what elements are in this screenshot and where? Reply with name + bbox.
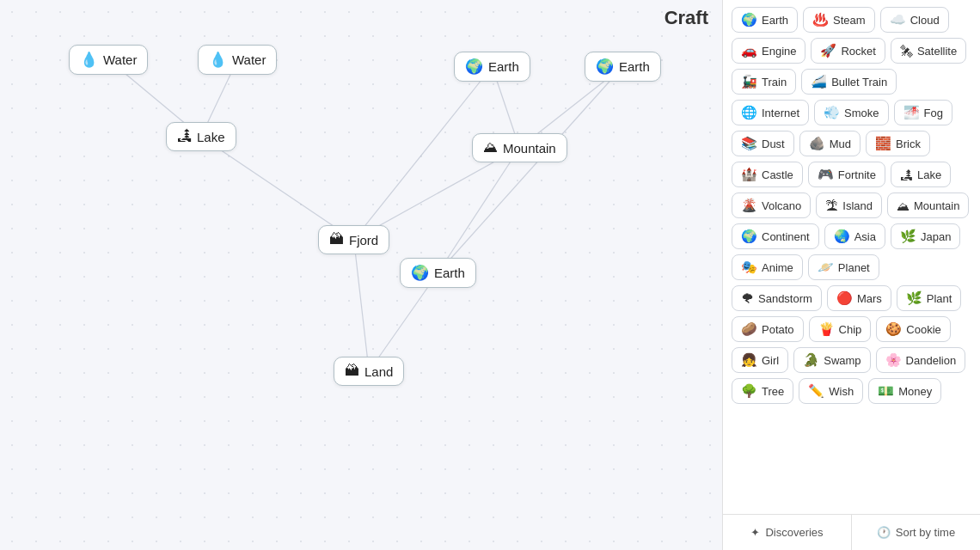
items-grid: 🌍Earth♨️Steam☁️Cloud🚗Engine🚀Rocket🛰Satel… (723, 0, 980, 514)
item-chip-money[interactable]: 💵Money (868, 378, 941, 404)
item-chip-rocket[interactable]: 🚀Rocket (811, 38, 885, 64)
connection-10 (438, 148, 519, 273)
node-earth1[interactable]: 🌍Earth (454, 52, 530, 82)
item-label: Volcano (762, 199, 801, 212)
item-chip-girl[interactable]: 👧Girl (732, 347, 788, 373)
item-emoji: 🌪 (741, 291, 754, 306)
item-chip-fortnite[interactable]: 🎮Fortnite (808, 162, 885, 187)
node-water2[interactable]: 💧Water (198, 45, 277, 75)
connection-9 (438, 67, 622, 273)
discoveries-icon: ✦ (750, 526, 760, 539)
connections-svg (0, 0, 722, 550)
item-emoji: 🍟 (818, 321, 835, 337)
item-label: Island (842, 199, 873, 212)
node-fjord[interactable]: 🏔Fjord (318, 225, 389, 254)
item-chip-tree[interactable]: 🌳Tree (732, 378, 793, 404)
item-emoji: 🌿 (906, 290, 922, 306)
item-label: Anime (762, 261, 793, 274)
item-emoji: ✏️ (808, 383, 824, 399)
item-emoji: 🚀 (820, 43, 836, 58)
sort-label: Sort by time (896, 526, 955, 539)
item-label: Chip (839, 323, 862, 336)
item-emoji: 🪨 (809, 136, 825, 151)
item-chip-island[interactable]: 🏝Island (816, 192, 882, 218)
item-emoji: 🌳 (741, 383, 757, 399)
item-label: Fog (924, 107, 943, 119)
item-label: Castle (762, 168, 793, 181)
item-emoji: 🌋 (741, 198, 757, 213)
node-lake[interactable]: 🏞Lake (166, 122, 236, 151)
node-earth2[interactable]: 🌍Earth (585, 52, 661, 82)
item-emoji: 🎭 (741, 260, 757, 275)
item-chip-satellite[interactable]: 🛰Satellite (891, 38, 966, 64)
item-chip-smoke[interactable]: 💨Smoke (814, 100, 888, 125)
discoveries-button[interactable]: ✦ Discoveries (723, 515, 852, 550)
item-chip-earth[interactable]: 🌍Earth (732, 7, 798, 33)
item-label: Continent (762, 230, 810, 243)
node-label-mountain: Mountain (503, 141, 556, 156)
item-chip-volcano[interactable]: 🌋Volcano (732, 192, 811, 218)
item-chip-mud[interactable]: 🪨Mud (799, 131, 861, 156)
item-chip-potato[interactable]: 🥔Potato (732, 316, 804, 342)
item-chip-lake[interactable]: 🏞Lake (891, 162, 951, 187)
item-label: Cloud (910, 14, 940, 27)
item-chip-mars[interactable]: 🔴Mars (827, 285, 891, 311)
canvas-area[interactable]: Craft 💧Water💧Water🌍Earth🌍Earth🏞Lake⛰Moun… (0, 0, 722, 550)
item-chip-brick[interactable]: 🧱Brick (866, 131, 930, 156)
item-emoji: 🌁 (903, 105, 920, 120)
item-label: Japan (921, 230, 951, 243)
item-chip-cookie[interactable]: 🍪Cookie (876, 316, 950, 342)
node-icon-fjord: 🏔 (329, 231, 344, 248)
item-chip-wish[interactable]: ✏️Wish (799, 378, 863, 404)
item-chip-asia[interactable]: 🌏Asia (824, 223, 885, 249)
item-chip-steam[interactable]: ♨️Steam (803, 7, 875, 33)
node-label-fjord: Fjord (349, 233, 378, 248)
item-emoji: 🛰 (900, 44, 913, 58)
node-label-earth2: Earth (619, 59, 650, 74)
item-chip-japan[interactable]: 🌿Japan (891, 223, 960, 249)
item-chip-fog[interactable]: 🌁Fog (894, 100, 952, 125)
item-chip-train[interactable]: 🚂Train (732, 69, 796, 95)
item-chip-cloud[interactable]: ☁️Cloud (880, 7, 949, 33)
item-chip-planet[interactable]: 🪐Planet (808, 254, 879, 280)
item-label: Planet (838, 261, 870, 274)
node-earth3[interactable]: 🌍Earth (400, 258, 476, 288)
item-label: Smoke (844, 107, 879, 119)
item-chip-anime[interactable]: 🎭Anime (732, 254, 803, 280)
node-mountain[interactable]: ⛰Mountain (472, 133, 567, 162)
item-chip-dust[interactable]: 📚Dust (732, 131, 794, 156)
item-label: Girl (762, 354, 779, 367)
connection-6 (354, 240, 370, 371)
node-icon-earth1: 🌍 (465, 58, 483, 76)
item-chip-dandelion[interactable]: 🌸Dandelion (876, 347, 966, 373)
item-label: Bullet Train (831, 76, 887, 89)
node-label-earth3: Earth (434, 266, 465, 280)
item-emoji: 🏞 (900, 168, 913, 182)
item-emoji: 🚄 (811, 74, 827, 89)
node-icon-water1: 💧 (80, 51, 98, 69)
item-chip-swamp[interactable]: 🐊Swamp (793, 347, 870, 373)
item-label: Wish (829, 385, 854, 398)
item-chip-bullet-train[interactable]: 🚄Bullet Train (801, 69, 897, 95)
item-label: Mountain (914, 199, 959, 212)
node-land[interactable]: 🏔Land (334, 357, 404, 386)
item-chip-continent[interactable]: 🌍Continent (732, 223, 819, 249)
item-chip-mountain[interactable]: ⛰Mountain (887, 192, 969, 218)
item-label: Satellite (917, 45, 957, 58)
item-chip-internet[interactable]: 🌐Internet (732, 100, 809, 125)
item-chip-castle[interactable]: 🏰Castle (732, 162, 803, 187)
item-emoji: 🔴 (836, 290, 853, 306)
item-label: Dandelion (906, 354, 957, 367)
sort-button[interactable]: 🕐 Sort by time (852, 515, 980, 550)
item-emoji: 🚂 (741, 74, 757, 89)
item-chip-engine[interactable]: 🚗Engine (732, 38, 805, 64)
item-emoji: 🍪 (885, 321, 902, 337)
node-water1[interactable]: 💧Water (69, 45, 148, 75)
item-label: Plant (927, 292, 952, 305)
item-chip-plant[interactable]: 🌿Plant (897, 285, 962, 311)
item-label: Swamp (824, 354, 861, 367)
item-chip-sandstorm[interactable]: 🌪Sandstorm (732, 285, 822, 311)
item-label: Train (762, 76, 787, 89)
item-chip-chip[interactable]: 🍟Chip (809, 316, 872, 342)
item-emoji: 🏰 (741, 167, 757, 182)
